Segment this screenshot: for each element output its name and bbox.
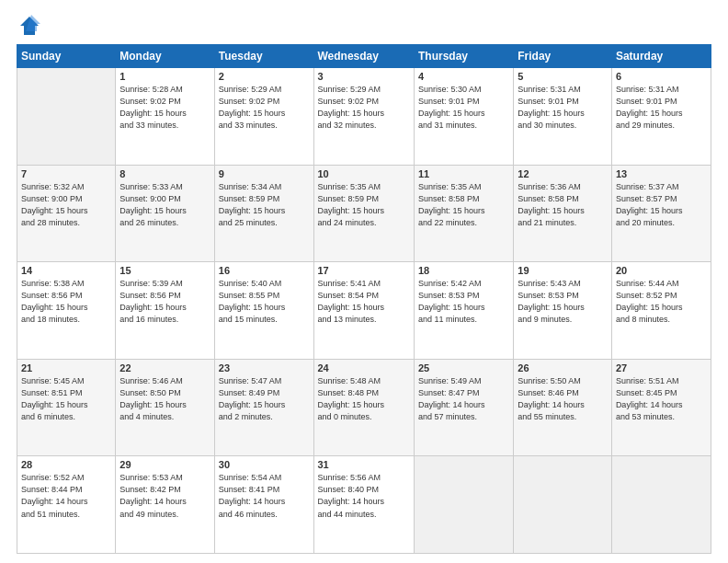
calendar-table: SundayMondayTuesdayWednesdayThursdayFrid… — [17, 44, 711, 554]
day-cell — [17, 68, 116, 166]
day-cell — [514, 456, 612, 554]
day-info: Sunrise: 5:39 AM Sunset: 8:56 PM Dayligh… — [119, 278, 210, 326]
day-cell: 12Sunrise: 5:36 AM Sunset: 8:58 PM Dayli… — [514, 165, 612, 262]
day-number: 12 — [518, 168, 608, 179]
day-cell: 20Sunrise: 5:44 AM Sunset: 8:52 PM Dayli… — [611, 262, 711, 360]
day-number: 11 — [418, 168, 509, 179]
day-cell: 6Sunrise: 5:31 AM Sunset: 9:01 PM Daylig… — [611, 68, 711, 166]
day-info: Sunrise: 5:53 AM Sunset: 8:42 PM Dayligh… — [119, 472, 210, 520]
day-cell: 27Sunrise: 5:51 AM Sunset: 8:45 PM Dayli… — [611, 359, 711, 456]
day-number: 2 — [219, 71, 310, 82]
day-info: Sunrise: 5:28 AM Sunset: 9:02 PM Dayligh… — [119, 84, 210, 132]
col-header-sunday: Sunday — [17, 45, 116, 68]
day-number: 23 — [219, 362, 310, 373]
day-info: Sunrise: 5:41 AM Sunset: 8:54 PM Dayligh… — [318, 278, 410, 326]
day-info: Sunrise: 5:30 AM Sunset: 9:01 PM Dayligh… — [418, 84, 509, 132]
day-cell: 13Sunrise: 5:37 AM Sunset: 8:57 PM Dayli… — [611, 165, 711, 262]
logo-icon — [17, 13, 42, 39]
day-number: 20 — [616, 265, 707, 276]
day-info: Sunrise: 5:40 AM Sunset: 8:55 PM Dayligh… — [219, 278, 310, 326]
day-number: 19 — [518, 265, 608, 276]
day-number: 22 — [119, 362, 210, 373]
day-number: 18 — [418, 265, 509, 276]
day-info: Sunrise: 5:48 AM Sunset: 8:48 PM Dayligh… — [318, 375, 410, 423]
day-number: 25 — [418, 362, 509, 373]
day-number: 21 — [21, 362, 111, 373]
header — [17, 9, 711, 39]
day-cell — [414, 456, 513, 554]
day-info: Sunrise: 5:46 AM Sunset: 8:50 PM Dayligh… — [119, 375, 210, 423]
day-number: 27 — [616, 362, 707, 373]
week-row-1: 1Sunrise: 5:28 AM Sunset: 9:02 PM Daylig… — [17, 68, 711, 166]
day-cell: 9Sunrise: 5:34 AM Sunset: 8:59 PM Daylig… — [214, 165, 313, 262]
week-row-4: 21Sunrise: 5:45 AM Sunset: 8:51 PM Dayli… — [17, 359, 711, 456]
calendar-page: SundayMondayTuesdayWednesdayThursdayFrid… — [0, 0, 728, 563]
day-cell: 21Sunrise: 5:45 AM Sunset: 8:51 PM Dayli… — [17, 359, 116, 456]
day-info: Sunrise: 5:54 AM Sunset: 8:41 PM Dayligh… — [219, 472, 310, 520]
col-header-thursday: Thursday — [414, 45, 513, 68]
day-info: Sunrise: 5:32 AM Sunset: 9:00 PM Dayligh… — [21, 181, 111, 229]
week-row-3: 14Sunrise: 5:38 AM Sunset: 8:56 PM Dayli… — [17, 262, 711, 360]
day-info: Sunrise: 5:37 AM Sunset: 8:57 PM Dayligh… — [616, 181, 707, 229]
day-info: Sunrise: 5:31 AM Sunset: 9:01 PM Dayligh… — [616, 84, 707, 132]
day-cell: 23Sunrise: 5:47 AM Sunset: 8:49 PM Dayli… — [214, 359, 313, 456]
day-cell: 7Sunrise: 5:32 AM Sunset: 9:00 PM Daylig… — [17, 165, 116, 262]
day-cell: 26Sunrise: 5:50 AM Sunset: 8:46 PM Dayli… — [514, 359, 612, 456]
day-number: 17 — [318, 265, 410, 276]
day-cell: 22Sunrise: 5:46 AM Sunset: 8:50 PM Dayli… — [116, 359, 214, 456]
day-info: Sunrise: 5:50 AM Sunset: 8:46 PM Dayligh… — [518, 375, 608, 423]
day-number: 4 — [418, 71, 509, 82]
day-cell: 2Sunrise: 5:29 AM Sunset: 9:02 PM Daylig… — [214, 68, 313, 166]
day-info: Sunrise: 5:38 AM Sunset: 8:56 PM Dayligh… — [21, 278, 111, 326]
week-row-2: 7Sunrise: 5:32 AM Sunset: 9:00 PM Daylig… — [17, 165, 711, 262]
day-cell: 14Sunrise: 5:38 AM Sunset: 8:56 PM Dayli… — [17, 262, 116, 360]
day-number: 24 — [318, 362, 410, 373]
day-info: Sunrise: 5:35 AM Sunset: 8:58 PM Dayligh… — [418, 181, 509, 229]
day-info: Sunrise: 5:35 AM Sunset: 8:59 PM Dayligh… — [318, 181, 410, 229]
day-number: 9 — [219, 168, 310, 179]
day-info: Sunrise: 5:52 AM Sunset: 8:44 PM Dayligh… — [21, 472, 111, 520]
col-header-wednesday: Wednesday — [313, 45, 414, 68]
day-cell: 16Sunrise: 5:40 AM Sunset: 8:55 PM Dayli… — [214, 262, 313, 360]
day-info: Sunrise: 5:29 AM Sunset: 9:02 PM Dayligh… — [219, 84, 310, 132]
col-header-monday: Monday — [116, 45, 214, 68]
day-cell: 11Sunrise: 5:35 AM Sunset: 8:58 PM Dayli… — [414, 165, 513, 262]
day-cell: 30Sunrise: 5:54 AM Sunset: 8:41 PM Dayli… — [214, 456, 313, 554]
day-info: Sunrise: 5:47 AM Sunset: 8:49 PM Dayligh… — [219, 375, 310, 423]
day-cell: 10Sunrise: 5:35 AM Sunset: 8:59 PM Dayli… — [313, 165, 414, 262]
day-info: Sunrise: 5:34 AM Sunset: 8:59 PM Dayligh… — [219, 181, 310, 229]
day-number: 3 — [318, 71, 410, 82]
day-number: 5 — [518, 71, 608, 82]
day-cell: 19Sunrise: 5:43 AM Sunset: 8:53 PM Dayli… — [514, 262, 612, 360]
day-number: 6 — [616, 71, 707, 82]
day-info: Sunrise: 5:33 AM Sunset: 9:00 PM Dayligh… — [119, 181, 210, 229]
day-number: 26 — [518, 362, 608, 373]
day-info: Sunrise: 5:29 AM Sunset: 9:02 PM Dayligh… — [318, 84, 410, 132]
day-number: 16 — [219, 265, 310, 276]
col-header-tuesday: Tuesday — [214, 45, 313, 68]
day-info: Sunrise: 5:43 AM Sunset: 8:53 PM Dayligh… — [518, 278, 608, 326]
day-info: Sunrise: 5:49 AM Sunset: 8:47 PM Dayligh… — [418, 375, 509, 423]
day-cell: 15Sunrise: 5:39 AM Sunset: 8:56 PM Dayli… — [116, 262, 214, 360]
day-number: 10 — [318, 168, 410, 179]
day-cell: 31Sunrise: 5:56 AM Sunset: 8:40 PM Dayli… — [313, 456, 414, 554]
day-info: Sunrise: 5:36 AM Sunset: 8:58 PM Dayligh… — [518, 181, 608, 229]
day-cell: 25Sunrise: 5:49 AM Sunset: 8:47 PM Dayli… — [414, 359, 513, 456]
day-number: 7 — [21, 168, 111, 179]
day-info: Sunrise: 5:31 AM Sunset: 9:01 PM Dayligh… — [518, 84, 608, 132]
day-number: 13 — [616, 168, 707, 179]
day-number: 14 — [21, 265, 111, 276]
day-info: Sunrise: 5:45 AM Sunset: 8:51 PM Dayligh… — [21, 375, 111, 423]
day-number: 31 — [318, 459, 410, 470]
col-header-saturday: Saturday — [611, 45, 711, 68]
day-cell: 4Sunrise: 5:30 AM Sunset: 9:01 PM Daylig… — [414, 68, 513, 166]
logo — [17, 13, 46, 39]
day-cell: 24Sunrise: 5:48 AM Sunset: 8:48 PM Dayli… — [313, 359, 414, 456]
header-row: SundayMondayTuesdayWednesdayThursdayFrid… — [17, 45, 711, 68]
day-number: 29 — [119, 459, 210, 470]
day-cell: 3Sunrise: 5:29 AM Sunset: 9:02 PM Daylig… — [313, 68, 414, 166]
day-cell — [611, 456, 711, 554]
day-number: 15 — [119, 265, 210, 276]
day-info: Sunrise: 5:51 AM Sunset: 8:45 PM Dayligh… — [616, 375, 707, 423]
day-info: Sunrise: 5:42 AM Sunset: 8:53 PM Dayligh… — [418, 278, 509, 326]
